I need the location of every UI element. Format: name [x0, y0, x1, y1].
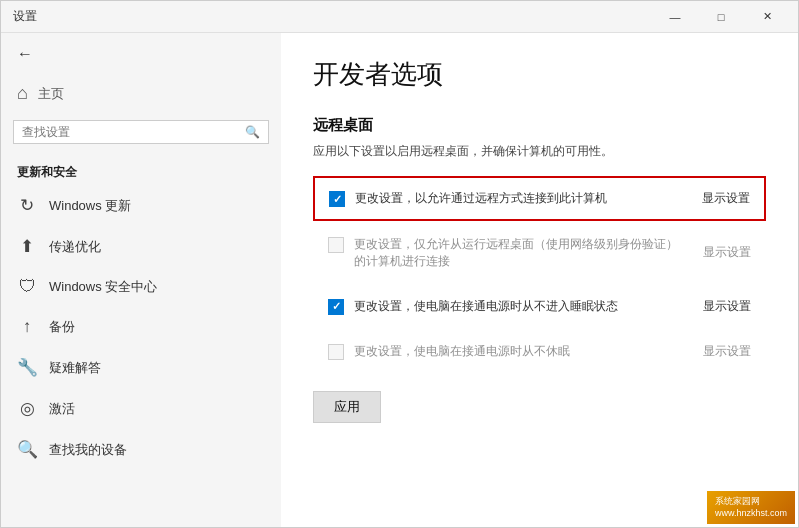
maximize-button[interactable]: □: [698, 1, 744, 33]
sidebar-item-label: 备份: [49, 318, 75, 336]
option-1-checkbox-area: 更改设置，以允许通过远程方式连接到此计算机: [329, 190, 686, 207]
sidebar-item-label: 激活: [49, 400, 75, 418]
option-4-link: 显示设置: [703, 343, 751, 360]
checkbox-2: [328, 237, 344, 253]
checkbox-1[interactable]: [329, 191, 345, 207]
find-device-icon: 🔍: [17, 439, 37, 460]
troubleshoot-icon: 🔧: [17, 357, 37, 378]
sidebar-home[interactable]: ⌂ 主页: [1, 75, 281, 116]
titlebar: 设置 — □ ✕: [1, 1, 798, 33]
search-box: 🔍: [13, 120, 269, 144]
option-3-checkbox-area: 更改设置，使电脑在接通电源时从不进入睡眠状态: [328, 298, 687, 315]
window-controls: — □ ✕: [652, 1, 790, 33]
minimize-button[interactable]: —: [652, 1, 698, 33]
checkbox-4: [328, 344, 344, 360]
option-1-link[interactable]: 显示设置: [702, 190, 750, 207]
sidebar-item-label: 传递优化: [49, 238, 101, 256]
option-row-1[interactable]: 更改设置，以允许通过远程方式连接到此计算机 显示设置: [313, 176, 766, 221]
home-label: 主页: [38, 85, 64, 103]
brand-watermark: 系统家园网 www.hnzkhst.com: [707, 491, 795, 524]
content-area: ← ⌂ 主页 🔍 更新和安全 ↻ Windows 更新 ⬆ 传递优化 🛡 Win…: [1, 33, 798, 527]
backup-icon: ↑: [17, 317, 37, 337]
search-icon[interactable]: 🔍: [245, 125, 260, 139]
sidebar-item-label: Windows 安全中心: [49, 278, 157, 296]
option-4-text: 更改设置，使电脑在接通电源时从不休眠: [354, 343, 687, 360]
remote-desktop-title: 远程桌面: [313, 116, 766, 135]
section-label: 更新和安全: [1, 156, 281, 185]
option-row-2: 更改设置，仅允许从运行远程桌面（使用网络级别身份验证）的计算机进行连接 显示设置: [313, 223, 766, 283]
back-arrow-icon: ←: [17, 45, 33, 63]
search-input[interactable]: [22, 125, 245, 139]
sidebar-item-troubleshoot[interactable]: 🔧 疑难解答: [1, 347, 281, 388]
settings-window: 设置 — □ ✕ ← ⌂ 主页 🔍 更新和安全 ↻ Windows 更新: [0, 0, 799, 528]
option-row-4: 更改设置，使电脑在接通电源时从不休眠 显示设置: [313, 330, 766, 373]
activation-icon: ◎: [17, 398, 37, 419]
sidebar-item-find-device[interactable]: 🔍 查找我的设备: [1, 429, 281, 470]
sidebar-item-label: Windows 更新: [49, 197, 131, 215]
option-3-link[interactable]: 显示设置: [703, 298, 751, 315]
brand-line2: www.hnzkhst.com: [715, 507, 787, 520]
sidebar-item-label: 疑难解答: [49, 359, 101, 377]
sidebar-item-delivery-optimization[interactable]: ⬆ 传递优化: [1, 226, 281, 267]
brand-line1: 系统家园网: [715, 495, 787, 508]
option-3-text: 更改设置，使电脑在接通电源时从不进入睡眠状态: [354, 298, 687, 315]
sidebar: ← ⌂ 主页 🔍 更新和安全 ↻ Windows 更新 ⬆ 传递优化 🛡 Win…: [1, 33, 281, 527]
sidebar-item-activation[interactable]: ◎ 激活: [1, 388, 281, 429]
remote-desktop-desc: 应用以下设置以启用远程桌面，并确保计算机的可用性。: [313, 143, 766, 160]
apply-button[interactable]: 应用: [313, 391, 381, 423]
home-icon: ⌂: [17, 83, 28, 104]
delivery-icon: ⬆: [17, 236, 37, 257]
sidebar-item-windows-update[interactable]: ↻ Windows 更新: [1, 185, 281, 226]
option-row-3[interactable]: 更改设置，使电脑在接通电源时从不进入睡眠状态 显示设置: [313, 285, 766, 328]
checkbox-3[interactable]: [328, 299, 344, 315]
sidebar-item-backup[interactable]: ↑ 备份: [1, 307, 281, 347]
update-icon: ↻: [17, 195, 37, 216]
option-2-checkbox-area: 更改设置，仅允许从运行远程桌面（使用网络级别身份验证）的计算机进行连接: [328, 236, 687, 270]
window-title: 设置: [9, 8, 652, 25]
main-panel: 开发者选项 远程桌面 应用以下设置以启用远程桌面，并确保计算机的可用性。 更改设…: [281, 33, 798, 527]
close-button[interactable]: ✕: [744, 1, 790, 33]
page-title: 开发者选项: [313, 57, 766, 92]
sidebar-item-label: 查找我的设备: [49, 441, 127, 459]
option-2-text: 更改设置，仅允许从运行远程桌面（使用网络级别身份验证）的计算机进行连接: [354, 236, 687, 270]
security-icon: 🛡: [17, 277, 37, 297]
back-button[interactable]: ←: [1, 33, 281, 75]
option-4-checkbox-area: 更改设置，使电脑在接通电源时从不休眠: [328, 343, 687, 360]
option-1-text: 更改设置，以允许通过远程方式连接到此计算机: [355, 190, 686, 207]
sidebar-item-windows-security[interactable]: 🛡 Windows 安全中心: [1, 267, 281, 307]
option-2-link: 显示设置: [703, 244, 751, 261]
